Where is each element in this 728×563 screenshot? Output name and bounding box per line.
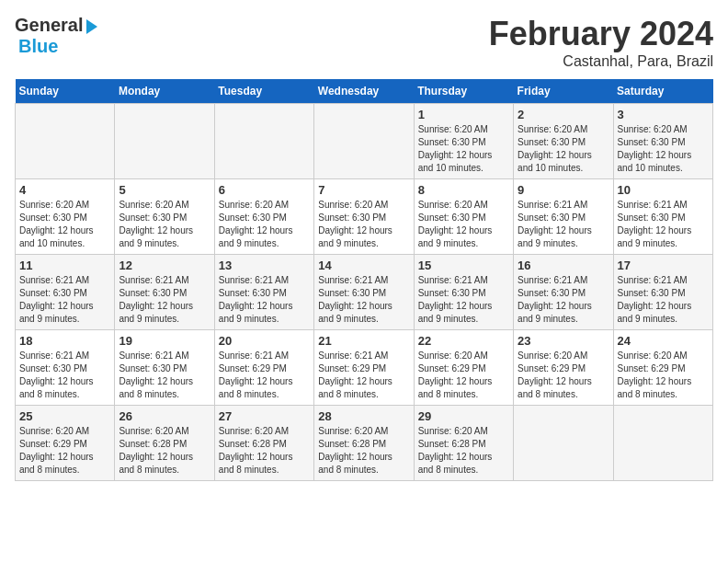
day-number: 16 <box>518 259 609 272</box>
calendar-cell: 17Sunrise: 6:21 AM Sunset: 6:30 PM Dayli… <box>613 255 712 330</box>
calendar-body: 1Sunrise: 6:20 AM Sunset: 6:30 PM Daylig… <box>16 104 713 481</box>
day-number: 14 <box>318 259 409 272</box>
calendar-cell: 20Sunrise: 6:21 AM Sunset: 6:29 PM Dayli… <box>214 330 313 406</box>
day-number: 5 <box>119 183 210 197</box>
day-info: Sunrise: 6:20 AM Sunset: 6:30 PM Dayligh… <box>618 123 709 175</box>
day-number: 24 <box>618 334 709 348</box>
header-day-wednesday: Wednesday <box>314 79 414 104</box>
day-number: 20 <box>219 334 310 348</box>
calendar-cell: 11Sunrise: 6:21 AM Sunset: 6:30 PM Dayli… <box>16 255 115 330</box>
week-row-4: 18Sunrise: 6:21 AM Sunset: 6:30 PM Dayli… <box>16 330 713 406</box>
header-day-friday: Friday <box>514 79 613 104</box>
calendar-cell <box>214 104 313 179</box>
calendar-cell <box>16 104 115 179</box>
calendar-cell: 4Sunrise: 6:20 AM Sunset: 6:30 PM Daylig… <box>16 179 115 255</box>
day-info: Sunrise: 6:21 AM Sunset: 6:30 PM Dayligh… <box>19 350 110 401</box>
day-info: Sunrise: 6:20 AM Sunset: 6:30 PM Dayligh… <box>219 199 310 250</box>
calendar-cell: 8Sunrise: 6:20 AM Sunset: 6:30 PM Daylig… <box>414 179 513 255</box>
header-day-sunday: Sunday <box>16 79 115 104</box>
calendar-cell: 29Sunrise: 6:20 AM Sunset: 6:28 PM Dayli… <box>414 406 513 481</box>
calendar-cell: 15Sunrise: 6:21 AM Sunset: 6:30 PM Dayli… <box>414 255 513 330</box>
day-info: Sunrise: 6:21 AM Sunset: 6:29 PM Dayligh… <box>318 350 409 401</box>
day-info: Sunrise: 6:21 AM Sunset: 6:30 PM Dayligh… <box>19 274 110 326</box>
day-info: Sunrise: 6:20 AM Sunset: 6:30 PM Dayligh… <box>119 199 210 250</box>
day-info: Sunrise: 6:21 AM Sunset: 6:30 PM Dayligh… <box>219 274 310 326</box>
day-info: Sunrise: 6:20 AM Sunset: 6:30 PM Dayligh… <box>19 199 110 250</box>
logo-general-text: General <box>15 15 83 36</box>
day-number: 12 <box>119 259 210 272</box>
header-day-saturday: Saturday <box>613 79 712 104</box>
day-number: 10 <box>618 183 709 197</box>
calendar-cell: 5Sunrise: 6:20 AM Sunset: 6:30 PM Daylig… <box>115 179 214 255</box>
day-info: Sunrise: 6:20 AM Sunset: 6:29 PM Dayligh… <box>19 425 110 477</box>
day-info: Sunrise: 6:21 AM Sunset: 6:30 PM Dayligh… <box>418 274 509 326</box>
logo-chevron-icon <box>86 19 97 34</box>
day-info: Sunrise: 6:20 AM Sunset: 6:29 PM Dayligh… <box>518 350 609 401</box>
day-info: Sunrise: 6:21 AM Sunset: 6:30 PM Dayligh… <box>518 199 609 250</box>
calendar-cell <box>613 406 712 481</box>
calendar-cell: 13Sunrise: 6:21 AM Sunset: 6:30 PM Dayli… <box>214 255 313 330</box>
day-info: Sunrise: 6:21 AM Sunset: 6:30 PM Dayligh… <box>119 350 210 401</box>
logo: General Blue <box>15 15 97 57</box>
calendar-cell: 22Sunrise: 6:20 AM Sunset: 6:29 PM Dayli… <box>414 330 513 406</box>
calendar-cell <box>115 104 214 179</box>
day-info: Sunrise: 6:20 AM Sunset: 6:30 PM Dayligh… <box>518 123 609 175</box>
calendar-cell <box>514 406 613 481</box>
week-row-5: 25Sunrise: 6:20 AM Sunset: 6:29 PM Dayli… <box>16 406 713 481</box>
calendar-cell: 24Sunrise: 6:20 AM Sunset: 6:29 PM Dayli… <box>613 330 712 406</box>
calendar-cell: 18Sunrise: 6:21 AM Sunset: 6:30 PM Dayli… <box>16 330 115 406</box>
calendar-cell: 27Sunrise: 6:20 AM Sunset: 6:28 PM Dayli… <box>214 406 313 481</box>
header-day-thursday: Thursday <box>414 79 513 104</box>
day-info: Sunrise: 6:20 AM Sunset: 6:30 PM Dayligh… <box>318 199 409 250</box>
calendar-cell: 9Sunrise: 6:21 AM Sunset: 6:30 PM Daylig… <box>514 179 613 255</box>
week-row-3: 11Sunrise: 6:21 AM Sunset: 6:30 PM Dayli… <box>16 255 713 330</box>
day-number: 4 <box>19 183 110 197</box>
day-info: Sunrise: 6:21 AM Sunset: 6:30 PM Dayligh… <box>518 274 609 326</box>
day-info: Sunrise: 6:20 AM Sunset: 6:28 PM Dayligh… <box>418 425 509 477</box>
calendar-cell: 2Sunrise: 6:20 AM Sunset: 6:30 PM Daylig… <box>514 104 613 179</box>
day-info: Sunrise: 6:20 AM Sunset: 6:29 PM Dayligh… <box>618 350 709 401</box>
logo-blue-text: Blue <box>18 36 58 56</box>
calendar-cell: 25Sunrise: 6:20 AM Sunset: 6:29 PM Dayli… <box>16 406 115 481</box>
day-number: 29 <box>418 409 509 423</box>
day-number: 7 <box>318 183 409 197</box>
day-info: Sunrise: 6:21 AM Sunset: 6:30 PM Dayligh… <box>618 199 709 250</box>
day-number: 19 <box>119 334 210 348</box>
day-number: 11 <box>19 259 110 272</box>
calendar-table: SundayMondayTuesdayWednesdayThursdayFrid… <box>15 79 713 481</box>
calendar-header: SundayMondayTuesdayWednesdayThursdayFrid… <box>16 79 713 104</box>
day-number: 9 <box>518 183 609 197</box>
calendar-cell <box>314 104 414 179</box>
day-number: 6 <box>219 183 310 197</box>
day-info: Sunrise: 6:21 AM Sunset: 6:29 PM Dayligh… <box>219 350 310 401</box>
day-info: Sunrise: 6:21 AM Sunset: 6:30 PM Dayligh… <box>618 274 709 326</box>
calendar-cell: 10Sunrise: 6:21 AM Sunset: 6:30 PM Dayli… <box>613 179 712 255</box>
day-info: Sunrise: 6:21 AM Sunset: 6:30 PM Dayligh… <box>119 274 210 326</box>
day-number: 26 <box>119 409 210 423</box>
calendar-cell: 3Sunrise: 6:20 AM Sunset: 6:30 PM Daylig… <box>613 104 712 179</box>
day-number: 3 <box>618 108 709 121</box>
calendar-cell: 1Sunrise: 6:20 AM Sunset: 6:30 PM Daylig… <box>414 104 513 179</box>
day-number: 25 <box>19 409 110 423</box>
day-info: Sunrise: 6:20 AM Sunset: 6:28 PM Dayligh… <box>219 425 310 477</box>
page-subtitle: Castanhal, Para, Brazil <box>489 53 713 70</box>
day-info: Sunrise: 6:20 AM Sunset: 6:30 PM Dayligh… <box>418 123 509 175</box>
day-number: 1 <box>418 108 509 121</box>
day-info: Sunrise: 6:20 AM Sunset: 6:28 PM Dayligh… <box>318 425 409 477</box>
calendar-cell: 19Sunrise: 6:21 AM Sunset: 6:30 PM Dayli… <box>115 330 214 406</box>
day-number: 18 <box>19 334 110 348</box>
page-header: General Blue February 2024 Castanhal, Pa… <box>15 15 713 70</box>
day-number: 21 <box>318 334 409 348</box>
header-day-tuesday: Tuesday <box>214 79 313 104</box>
day-number: 23 <box>518 334 609 348</box>
calendar-cell: 7Sunrise: 6:20 AM Sunset: 6:30 PM Daylig… <box>314 179 414 255</box>
calendar-cell: 16Sunrise: 6:21 AM Sunset: 6:30 PM Dayli… <box>514 255 613 330</box>
calendar-cell: 23Sunrise: 6:20 AM Sunset: 6:29 PM Dayli… <box>514 330 613 406</box>
calendar-cell: 12Sunrise: 6:21 AM Sunset: 6:30 PM Dayli… <box>115 255 214 330</box>
day-number: 28 <box>318 409 409 423</box>
calendar-cell: 6Sunrise: 6:20 AM Sunset: 6:30 PM Daylig… <box>214 179 313 255</box>
day-number: 13 <box>219 259 310 272</box>
day-info: Sunrise: 6:21 AM Sunset: 6:30 PM Dayligh… <box>318 274 409 326</box>
week-row-1: 1Sunrise: 6:20 AM Sunset: 6:30 PM Daylig… <box>16 104 713 179</box>
day-info: Sunrise: 6:20 AM Sunset: 6:30 PM Dayligh… <box>418 199 509 250</box>
